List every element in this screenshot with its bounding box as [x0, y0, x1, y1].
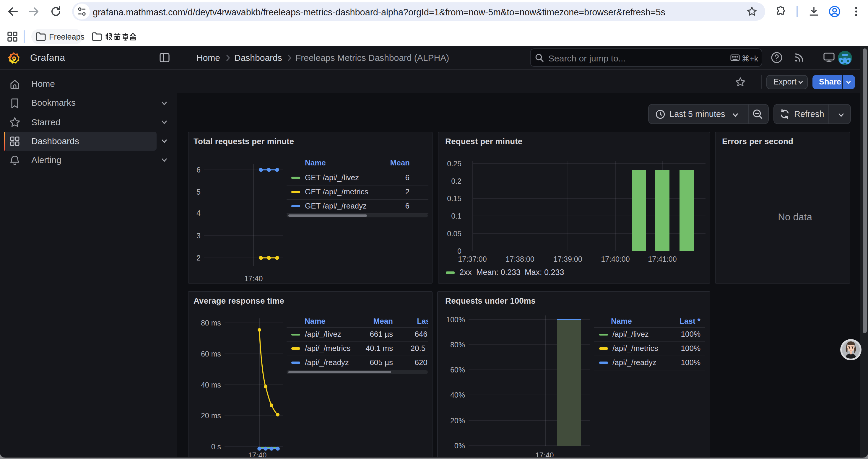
- svg-text:5: 5: [196, 188, 200, 196]
- svg-text:2: 2: [196, 254, 200, 262]
- svg-text:40%: 40%: [450, 391, 465, 399]
- svg-text:60 ms: 60 ms: [200, 350, 221, 358]
- svg-text:4: 4: [196, 209, 200, 217]
- svg-text:0.1: 0.1: [451, 212, 461, 220]
- svg-text:0.05: 0.05: [447, 230, 461, 238]
- svg-text:17:37:00: 17:37:00: [458, 255, 486, 263]
- svg-text:20 ms: 20 ms: [200, 412, 221, 420]
- svg-text:17:40: 17:40: [244, 274, 262, 283]
- svg-text:6: 6: [196, 166, 200, 174]
- svg-text:80%: 80%: [450, 340, 465, 349]
- svg-text:17:38:00: 17:38:00: [505, 255, 534, 263]
- svg-text:Max: 0.233: Max: 0.233: [524, 268, 564, 277]
- svg-text:0%: 0%: [454, 441, 465, 450]
- svg-text:17:41:00: 17:41:00: [648, 255, 676, 263]
- svg-text:0.2: 0.2: [451, 177, 461, 185]
- svg-text:100%: 100%: [446, 316, 465, 324]
- svg-text:0: 0: [457, 247, 461, 255]
- svg-text:80 ms: 80 ms: [200, 319, 221, 327]
- svg-text:0.25: 0.25: [447, 160, 461, 168]
- svg-text:17:40:00: 17:40:00: [601, 255, 629, 263]
- svg-text:60%: 60%: [450, 366, 465, 374]
- svg-text:Mean: 0.233: Mean: 0.233: [476, 268, 520, 277]
- svg-text:0 s: 0 s: [211, 442, 221, 451]
- svg-text:17:39:00: 17:39:00: [553, 255, 582, 263]
- svg-text:40 ms: 40 ms: [200, 381, 221, 389]
- svg-text:0.15: 0.15: [447, 194, 461, 203]
- svg-text:2xx: 2xx: [459, 268, 472, 277]
- svg-text:20%: 20%: [450, 417, 465, 425]
- svg-text:3: 3: [196, 232, 200, 240]
